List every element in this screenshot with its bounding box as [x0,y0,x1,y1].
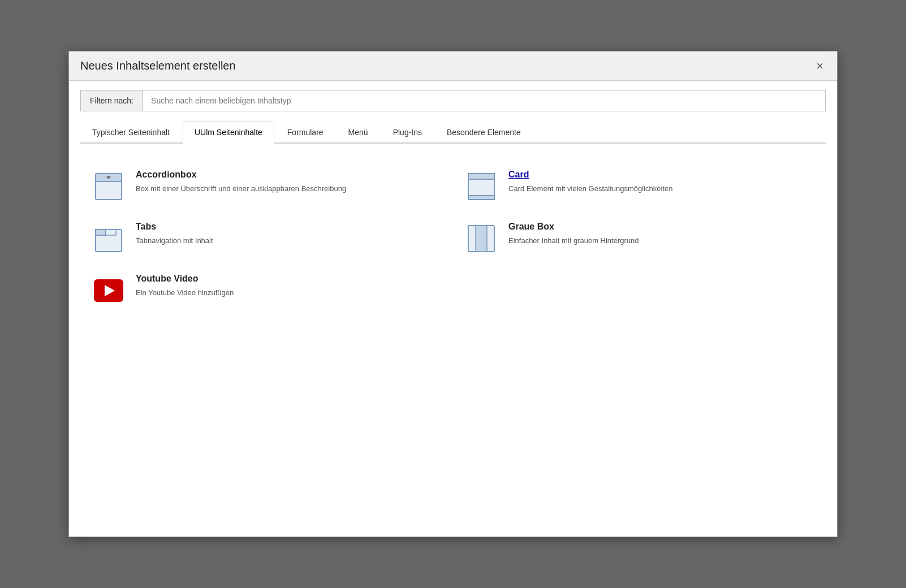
tab-formulare[interactable]: Formulare [275,122,335,144]
card-desc: Card Element mit vielen Gestaltungsmögli… [508,183,814,194]
tab-plugins[interactable]: Plug-Ins [381,122,434,144]
youtube-play-icon [94,279,123,302]
card-text: Card Card Element mit vielen Gestaltungs… [508,170,814,194]
grauebox-title: Graue Box [508,222,814,232]
grauebox-icon [464,222,498,256]
accordionbox-icon [92,170,126,204]
filter-label: Filtern nach: [81,90,143,111]
content-grid: Accordionbox Box mit einer Überschrift u… [80,161,826,317]
youtube-text: Youtube Video Ein Youtube Video hinzufüg… [136,274,442,299]
close-button[interactable]: × [814,60,826,72]
tabs-text: Tabs Tabnavigation mit Inhalt [136,222,442,247]
dialog-header: Neues Inhaltselement erstellen × [69,51,837,81]
tab-besondere[interactable]: Besondere Elemente [435,122,533,144]
card-icon [464,170,498,204]
filter-input[interactable] [143,90,825,111]
youtube-desc: Ein Youtube Video hinzufügen [136,287,442,299]
dialog-title: Neues Inhaltselement erstellen [80,59,236,72]
item-accordionbox[interactable]: Accordionbox Box mit einer Überschrift u… [80,161,453,213]
card-title: Card [508,170,814,180]
tab-uulm[interactable]: UUlm Seiteninhalte [183,122,274,144]
tabs-title: Tabs [136,222,442,232]
youtube-icon [92,274,126,308]
item-card[interactable]: Card Card Element mit vielen Gestaltungs… [453,161,826,213]
accordionbox-title: Accordionbox [136,170,442,180]
item-youtube[interactable]: Youtube Video Ein Youtube Video hinzufüg… [80,265,453,317]
accordionbox-text: Accordionbox Box mit einer Überschrift u… [136,170,442,194]
tabs-icon [92,222,126,256]
tab-menue[interactable]: Menü [336,122,380,144]
grauebox-desc: Einfacher Inhalt mit grauem Hintergrund [508,235,814,247]
svg-rect-10 [476,226,487,252]
accordionbox-desc: Box mit einer Überschrift und einer ausk… [136,183,442,194]
svg-rect-5 [468,196,494,200]
dialog: Neues Inhaltselement erstellen × Filtern… [68,51,838,537]
item-grauebox[interactable]: Graue Box Einfacher Inhalt mit grauem Hi… [453,213,826,265]
tabs-desc: Tabnavigation mit Inhalt [136,235,442,247]
item-tabs[interactable]: Tabs Tabnavigation mit Inhalt [80,213,453,265]
grauebox-text: Graue Box Einfacher Inhalt mit grauem Hi… [508,222,814,247]
filter-bar: Filtern nach: [80,90,826,111]
tab-typischer[interactable]: Typischer Seiteninhalt [80,122,182,144]
tabs-bar: Typischer Seiteninhalt UUlm Seiteninhalt… [80,120,826,144]
svg-rect-4 [468,174,494,179]
youtube-title: Youtube Video [136,274,442,284]
svg-rect-7 [96,230,106,235]
